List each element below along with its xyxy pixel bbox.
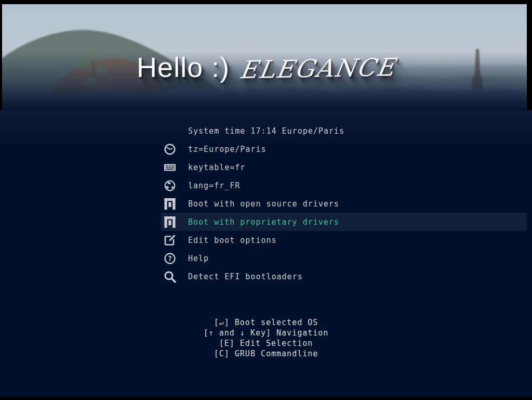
- bottom-black-strip: [0, 397, 532, 400]
- menu-item[interactable]: lang=fr_FR: [161, 176, 527, 195]
- menu-item[interactable]: Boot with open source drivers: [161, 195, 527, 213]
- menu-item-label: lang=fr_FR: [188, 181, 240, 190]
- menu-item-label: Help: [188, 254, 209, 263]
- menu-item-selected[interactable]: Boot with proprietary drivers: [161, 213, 527, 231]
- menu-item-label: keytable=fr: [188, 163, 245, 172]
- menu-item-label: System time 17:14 Europe/Paris: [188, 126, 344, 136]
- help-icon: ?: [163, 252, 177, 265]
- menu-item-label: Edit boot options: [188, 236, 277, 245]
- menu-item[interactable]: Edit boot options: [161, 231, 527, 249]
- clock-icon: [163, 143, 177, 156]
- keyboard-hints: [↵] Boot selected OS[↑ and ↓ Key] Naviga…: [0, 317, 532, 359]
- header-photo-frame: [0, 0, 532, 110]
- hint-line: [E] Edit Selection: [0, 338, 532, 349]
- edit-icon: [163, 234, 177, 247]
- menu-item[interactable]: ?Help: [161, 249, 527, 267]
- landscape-photo: [2, 4, 527, 110]
- boot-menu: System time 17:14 Europe/Paristz=Europe/…: [161, 122, 527, 286]
- hint-line: [C] GRUB Commandline: [0, 349, 532, 359]
- hint-line: [↑ and ↓ Key] Navigation: [0, 328, 532, 338]
- menu-item[interactable]: Detect EFI bootloaders: [161, 267, 527, 286]
- search-icon: [163, 270, 177, 283]
- menu-item-label: tz=Europe/Paris: [188, 145, 266, 154]
- menu-item-label: Boot with open source drivers: [188, 199, 339, 209]
- menu-item[interactable]: keytable=fr: [161, 158, 527, 176]
- keyboard-icon: [163, 161, 177, 174]
- no-icon-spacer: [163, 124, 177, 138]
- globe-icon: [163, 179, 177, 192]
- menu-item-label: Boot with proprietary drivers: [188, 217, 339, 227]
- manjaro-icon: [163, 215, 177, 229]
- hint-line: [↵] Boot selected OS: [0, 317, 532, 328]
- menu-item: System time 17:14 Europe/Paris: [161, 122, 527, 140]
- svg-text:?: ?: [168, 254, 172, 262]
- menu-item-label: Detect EFI bootloaders: [188, 272, 303, 281]
- menu-item[interactable]: tz=Europe/Paris: [161, 140, 527, 158]
- manjaro-icon: [163, 197, 177, 211]
